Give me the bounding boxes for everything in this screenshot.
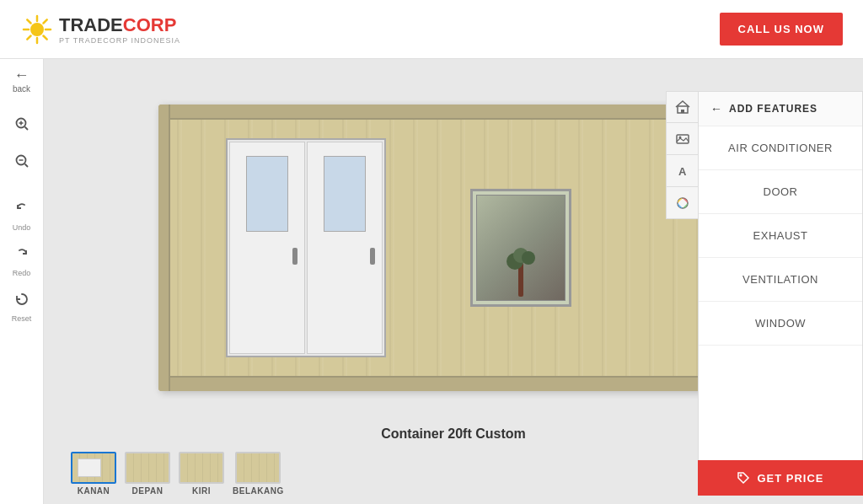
thumb-kanan-img [71, 452, 116, 484]
thumb-kiri-label: KIRI [192, 486, 211, 496]
left-toolbar: ← back [0, 59, 44, 504]
svg-line-15 [24, 164, 28, 168]
reset-group: Reset [7, 284, 37, 323]
zoom-in-button[interactable] [7, 109, 37, 139]
undo-group: Undo [7, 193, 37, 232]
door-handle-right [370, 248, 375, 265]
get-price-button[interactable]: GET PRICE [698, 460, 863, 496]
undo-label: Undo [13, 223, 31, 232]
thumb-depan[interactable]: DEPAN [125, 452, 170, 496]
zoom-in-group [7, 109, 37, 139]
header: TRADECORP PT TRADECORP INDONESIA CALL US… [0, 0, 863, 59]
logo: TRADECORP PT TRADECORP INDONESIA [20, 13, 180, 46]
svg-line-11 [24, 127, 28, 131]
price-tag-icon [737, 471, 750, 485]
door-panel-right [307, 142, 383, 354]
back-button[interactable]: ← back [13, 67, 30, 94]
tab-image-icon[interactable] [666, 123, 698, 155]
undo-icon [14, 201, 29, 216]
thumb-depan-label: DEPAN [132, 486, 163, 496]
redo-button[interactable] [7, 239, 37, 269]
logo-corp: CORP [123, 14, 177, 36]
window-inner [476, 195, 566, 301]
thumb-belakang[interactable]: BELAKANG [233, 452, 284, 496]
logo-text-block: TRADECORP PT TRADECORP INDONESIA [59, 14, 180, 45]
thumb-kiri-img [179, 452, 224, 484]
thumb-kiri[interactable]: KIRI [179, 452, 224, 496]
features-header: ← ADD FEATURES [699, 92, 862, 126]
back-arrow-icon: ← [14, 67, 29, 83]
container-left-bar [158, 105, 170, 391]
add-arrow-icon: ← [710, 102, 722, 115]
reset-button[interactable] [7, 284, 37, 314]
feature-exhaust[interactable]: EXHAUST [699, 214, 862, 258]
logo-subtitle: PT TRADECORP INDONESIA [59, 36, 180, 45]
tab-text-icon[interactable]: A [666, 155, 698, 187]
thumb-kanan[interactable]: KANAN [71, 452, 116, 496]
svg-line-6 [44, 35, 47, 39]
svg-line-8 [27, 35, 30, 39]
thumb-belakang-label: BELAKANG [233, 486, 284, 496]
feature-ventilation[interactable]: VENTILATION [699, 258, 862, 302]
door-panel-left [229, 142, 305, 354]
svg-text:A: A [678, 165, 687, 178]
tab-color-icon[interactable] [666, 187, 698, 219]
features-header-text: ADD FEATURES [729, 103, 817, 115]
feature-door[interactable]: DOOR [699, 170, 862, 214]
zoom-out-button[interactable] [7, 146, 37, 176]
svg-line-5 [27, 19, 30, 23]
window-unit [470, 189, 571, 307]
thumb-kanan-label: KANAN [78, 486, 110, 496]
reset-icon [14, 292, 29, 307]
zoom-in-icon [14, 116, 29, 131]
door-glass-left [246, 156, 288, 232]
redo-label: Redo [13, 269, 31, 277]
svg-line-7 [44, 19, 47, 23]
feature-air-conditioner[interactable]: AIR CONDITIONER [699, 126, 862, 170]
zoom-out-group [7, 146, 37, 176]
svg-rect-18 [681, 110, 684, 113]
svg-point-9 [32, 24, 42, 35]
thumb-depan-img [125, 452, 170, 484]
feature-window[interactable]: WINDOW [699, 302, 862, 346]
tab-building-icon[interactable] [666, 91, 698, 123]
thumb-belakang-img [235, 452, 281, 484]
container-top-bar [158, 105, 748, 120]
zoom-out-icon [14, 153, 29, 169]
door-glass-right [324, 156, 366, 232]
features-panel: ← ADD FEATURES AIR CONDITIONER DOOR EXHA… [698, 91, 863, 462]
container-bottom-bar [158, 376, 748, 391]
redo-icon [14, 246, 29, 261]
door-handle-left [292, 248, 297, 265]
undo-button[interactable] [7, 193, 37, 223]
back-label: back [13, 84, 30, 94]
container-image [158, 105, 748, 391]
svg-point-23 [740, 475, 742, 477]
right-icon-tabs: A [666, 91, 698, 219]
call-us-now-button[interactable]: CALL US NOW [720, 13, 843, 46]
logo-sun-icon [20, 13, 54, 46]
redo-group: Redo [7, 239, 37, 277]
get-price-label: GET PRICE [757, 472, 823, 485]
double-door [226, 138, 386, 357]
logo-trade: TRADE [59, 14, 123, 36]
reset-label: Reset [12, 314, 32, 323]
